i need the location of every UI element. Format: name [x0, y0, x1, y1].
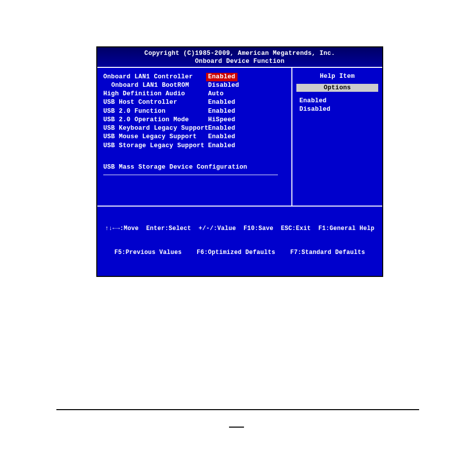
- option-value: Disabled: [208, 81, 239, 90]
- bios-window: Copyright (C)1985-2009, American Megatre…: [96, 46, 383, 277]
- help-option-enabled: Enabled: [299, 97, 377, 106]
- page-title: Onboard Device Function: [97, 57, 382, 65]
- main-panel: Onboard LAN1 Controller Enabled Onboard …: [97, 68, 292, 206]
- option-value: Enabled: [208, 142, 236, 150]
- help-title: Help Item: [297, 73, 377, 80]
- option-usb-storage-legacy-support[interactable]: USB Storage Legacy Support Enabled: [103, 142, 287, 150]
- option-onboard-lan1-bootrom[interactable]: Onboard LAN1 BootROM Disabled: [103, 81, 287, 90]
- help-panel: Help Item Options Enabled Disabled: [292, 68, 382, 206]
- option-label: USB Host Controller: [103, 98, 208, 107]
- option-onboard-lan1-controller[interactable]: Onboard LAN1 Controller Enabled: [103, 73, 287, 81]
- section-usb-mass-storage-config[interactable]: USB Mass Storage Device Configuration: [103, 163, 287, 172]
- footer-hints: ↑↓←→:Move Enter:Select +/-/:Value F10:Sa…: [97, 207, 382, 276]
- option-label: USB Mouse Legacy Support: [103, 133, 208, 141]
- option-value: HiSpeed: [208, 116, 236, 124]
- option-value: Enabled: [208, 98, 236, 107]
- content-area: Onboard LAN1 Controller Enabled Onboard …: [97, 67, 382, 207]
- footer-line-1: ↑↓←→:Move Enter:Select +/-/:Value F10:Sa…: [100, 225, 379, 233]
- option-value: Enabled: [208, 133, 236, 141]
- option-label: USB 2.0 Operation Mode: [103, 116, 208, 124]
- copyright-text: Copyright (C)1985-2009, American Megatre…: [97, 49, 382, 57]
- option-label: USB Keyboard Legacy Support: [103, 124, 208, 133]
- option-usb-2-0-function[interactable]: USB 2.0 Function Enabled: [103, 107, 287, 116]
- option-value: Auto: [208, 90, 224, 98]
- option-label: USB 2.0 Function: [103, 107, 208, 116]
- page-divider: [56, 409, 419, 410]
- option-label: Onboard LAN1 Controller: [103, 73, 208, 81]
- title-bar: Copyright (C)1985-2009, American Megatre…: [97, 47, 382, 67]
- page-number-underline: [229, 427, 244, 428]
- divider: [103, 175, 278, 175]
- option-high-definition-audio[interactable]: High Definition Audio Auto: [103, 90, 287, 98]
- option-usb-mouse-legacy-support[interactable]: USB Mouse Legacy Support Enabled: [103, 133, 287, 141]
- help-options-bar: Options: [296, 84, 378, 92]
- option-usb-host-controller[interactable]: USB Host Controller Enabled: [103, 98, 287, 107]
- help-option-disabled: Disabled: [299, 105, 377, 114]
- option-value: Enabled: [206, 73, 238, 81]
- option-value: Enabled: [208, 107, 236, 116]
- option-usb-keyboard-legacy-support[interactable]: USB Keyboard Legacy Support Enabled: [103, 124, 287, 133]
- option-label: High Definition Audio: [103, 90, 208, 98]
- footer-line-2: F5:Previous Values F6:Optimized Defaults…: [100, 248, 379, 256]
- option-usb-2-0-operation-mode[interactable]: USB 2.0 Operation Mode HiSpeed: [103, 116, 287, 124]
- option-value: Enabled: [208, 124, 236, 133]
- option-label: USB Storage Legacy Support: [103, 142, 208, 150]
- option-label: Onboard LAN1 BootROM: [111, 81, 208, 90]
